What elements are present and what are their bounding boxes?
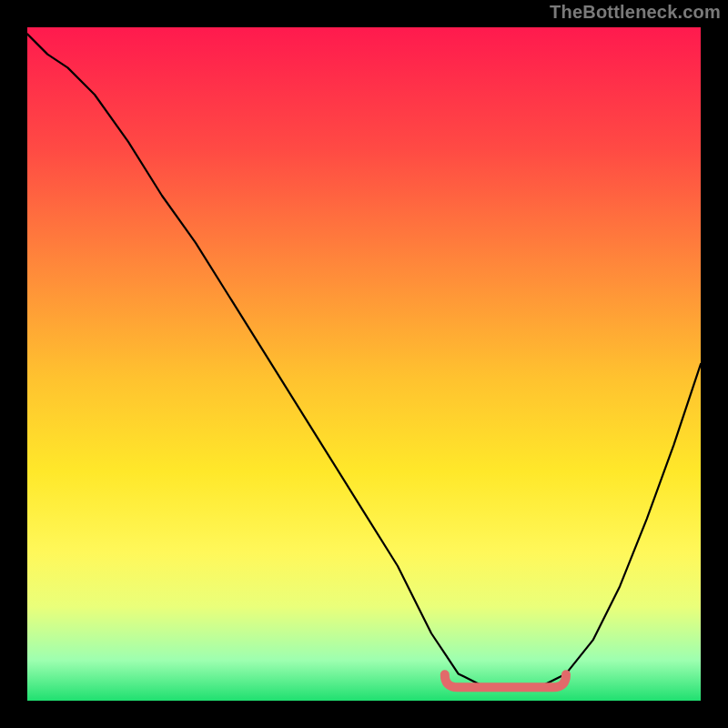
curve-layer [27, 27, 701, 701]
chart-container: TheBottleneck.com [0, 0, 728, 728]
bottleneck-curve [27, 34, 701, 691]
plot-area [27, 27, 701, 701]
watermark: TheBottleneck.com [550, 2, 721, 23]
